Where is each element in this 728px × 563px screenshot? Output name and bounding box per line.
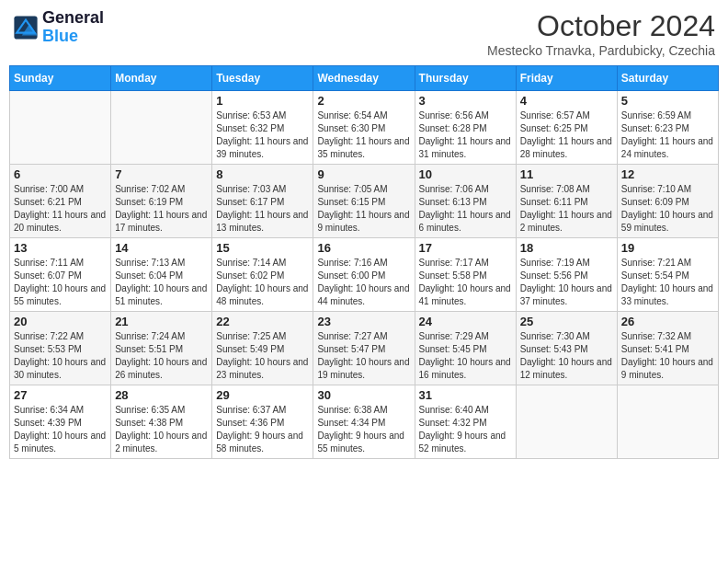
day-info: Sunrise: 7:22 AM Sunset: 5:53 PM Dayligh… — [14, 330, 107, 382]
calendar-cell — [617, 385, 718, 459]
day-number: 13 — [14, 241, 107, 255]
day-number: 24 — [419, 315, 512, 328]
calendar-table: SundayMondayTuesdayWednesdayThursdayFrid… — [9, 65, 719, 459]
calendar-cell: 27Sunrise: 6:34 AM Sunset: 4:39 PM Dayli… — [10, 385, 111, 459]
day-info: Sunrise: 7:11 AM Sunset: 6:07 PM Dayligh… — [14, 257, 107, 308]
calendar-cell — [111, 91, 212, 165]
weekday-header: Friday — [516, 66, 617, 91]
day-number: 28 — [115, 388, 208, 402]
calendar-cell: 18Sunrise: 7:19 AM Sunset: 5:56 PM Dayli… — [516, 238, 617, 312]
day-info: Sunrise: 7:16 AM Sunset: 6:00 PM Dayligh… — [317, 257, 410, 308]
weekday-header: Sunday — [10, 66, 111, 91]
day-info: Sunrise: 6:34 AM Sunset: 4:39 PM Dayligh… — [14, 404, 107, 455]
day-info: Sunrise: 6:56 AM Sunset: 6:28 PM Dayligh… — [419, 109, 512, 161]
calendar-cell: 11Sunrise: 7:08 AM Sunset: 6:11 PM Dayli… — [516, 165, 617, 238]
calendar-cell: 7Sunrise: 7:02 AM Sunset: 6:19 PM Daylig… — [111, 165, 212, 238]
calendar-cell: 22Sunrise: 7:25 AM Sunset: 5:49 PM Dayli… — [212, 312, 313, 385]
day-number: 7 — [115, 167, 208, 181]
day-info: Sunrise: 6:37 AM Sunset: 4:36 PM Dayligh… — [216, 404, 309, 455]
day-info: Sunrise: 7:14 AM Sunset: 6:02 PM Dayligh… — [216, 257, 309, 308]
day-number: 12 — [621, 167, 714, 181]
day-info: Sunrise: 7:00 AM Sunset: 6:21 PM Dayligh… — [14, 183, 107, 235]
day-info: Sunrise: 6:40 AM Sunset: 4:32 PM Dayligh… — [419, 404, 512, 455]
day-number: 10 — [419, 167, 512, 181]
calendar-cell: 25Sunrise: 7:30 AM Sunset: 5:43 PM Dayli… — [516, 312, 617, 385]
day-number: 1 — [216, 94, 309, 108]
day-info: Sunrise: 7:10 AM Sunset: 6:09 PM Dayligh… — [621, 183, 714, 235]
day-number: 16 — [317, 241, 410, 255]
day-info: Sunrise: 7:05 AM Sunset: 6:15 PM Dayligh… — [317, 183, 410, 235]
day-number: 22 — [216, 315, 309, 328]
day-info: Sunrise: 7:06 AM Sunset: 6:13 PM Dayligh… — [419, 183, 512, 235]
day-info: Sunrise: 6:53 AM Sunset: 6:32 PM Dayligh… — [216, 109, 309, 161]
day-info: Sunrise: 7:32 AM Sunset: 5:41 PM Dayligh… — [621, 330, 714, 382]
day-info: Sunrise: 6:54 AM Sunset: 6:30 PM Dayligh… — [317, 109, 410, 161]
logo-text: General Blue — [42, 9, 104, 46]
calendar-cell — [516, 385, 617, 459]
day-number: 30 — [317, 388, 410, 402]
calendar-cell: 15Sunrise: 7:14 AM Sunset: 6:02 PM Dayli… — [212, 238, 313, 312]
day-info: Sunrise: 7:27 AM Sunset: 5:47 PM Dayligh… — [317, 330, 410, 382]
calendar-week-row: 1Sunrise: 6:53 AM Sunset: 6:32 PM Daylig… — [10, 91, 719, 165]
day-info: Sunrise: 7:02 AM Sunset: 6:19 PM Dayligh… — [115, 183, 208, 235]
page-header: General Blue October 2024 Mestecko Trnav… — [9, 9, 719, 58]
day-number: 25 — [520, 315, 613, 328]
calendar-cell: 4Sunrise: 6:57 AM Sunset: 6:25 PM Daylig… — [516, 91, 617, 165]
calendar-cell: 6Sunrise: 7:00 AM Sunset: 6:21 PM Daylig… — [10, 165, 111, 238]
day-info: Sunrise: 7:29 AM Sunset: 5:45 PM Dayligh… — [419, 330, 512, 382]
calendar-cell: 19Sunrise: 7:21 AM Sunset: 5:54 PM Dayli… — [617, 238, 718, 312]
calendar-cell: 8Sunrise: 7:03 AM Sunset: 6:17 PM Daylig… — [212, 165, 313, 238]
day-info: Sunrise: 7:19 AM Sunset: 5:56 PM Dayligh… — [520, 257, 613, 308]
calendar-cell: 13Sunrise: 7:11 AM Sunset: 6:07 PM Dayli… — [10, 238, 111, 312]
calendar-cell: 9Sunrise: 7:05 AM Sunset: 6:15 PM Daylig… — [313, 165, 415, 238]
calendar-cell: 30Sunrise: 6:38 AM Sunset: 4:34 PM Dayli… — [313, 385, 415, 459]
day-number: 14 — [115, 241, 208, 255]
day-number: 3 — [419, 94, 512, 108]
calendar-week-row: 6Sunrise: 7:00 AM Sunset: 6:21 PM Daylig… — [10, 165, 719, 238]
calendar-cell: 3Sunrise: 6:56 AM Sunset: 6:28 PM Daylig… — [415, 91, 516, 165]
calendar-header-row: SundayMondayTuesdayWednesdayThursdayFrid… — [10, 66, 719, 91]
day-number: 29 — [216, 388, 309, 402]
calendar-cell: 28Sunrise: 6:35 AM Sunset: 4:38 PM Dayli… — [111, 385, 212, 459]
calendar-cell: 20Sunrise: 7:22 AM Sunset: 5:53 PM Dayli… — [10, 312, 111, 385]
day-number: 18 — [520, 241, 613, 255]
calendar-cell: 24Sunrise: 7:29 AM Sunset: 5:45 PM Dayli… — [415, 312, 516, 385]
day-number: 17 — [419, 241, 512, 255]
day-number: 11 — [520, 167, 613, 181]
calendar-cell: 23Sunrise: 7:27 AM Sunset: 5:47 PM Dayli… — [313, 312, 415, 385]
calendar-cell: 16Sunrise: 7:16 AM Sunset: 6:00 PM Dayli… — [313, 238, 415, 312]
calendar-cell: 1Sunrise: 6:53 AM Sunset: 6:32 PM Daylig… — [212, 91, 313, 165]
day-number: 9 — [317, 167, 410, 181]
calendar-cell: 31Sunrise: 6:40 AM Sunset: 4:32 PM Dayli… — [415, 385, 516, 459]
logo-icon — [13, 15, 39, 40]
day-info: Sunrise: 7:25 AM Sunset: 5:49 PM Dayligh… — [216, 330, 309, 382]
calendar-cell: 21Sunrise: 7:24 AM Sunset: 5:51 PM Dayli… — [111, 312, 212, 385]
calendar-week-row: 13Sunrise: 7:11 AM Sunset: 6:07 PM Dayli… — [10, 238, 719, 312]
calendar-cell: 10Sunrise: 7:06 AM Sunset: 6:13 PM Dayli… — [415, 165, 516, 238]
calendar-cell: 2Sunrise: 6:54 AM Sunset: 6:30 PM Daylig… — [313, 91, 415, 165]
weekday-header: Wednesday — [313, 66, 415, 91]
day-number: 6 — [14, 167, 107, 181]
day-info: Sunrise: 6:57 AM Sunset: 6:25 PM Dayligh… — [520, 109, 613, 161]
day-number: 21 — [115, 315, 208, 328]
day-number: 8 — [216, 167, 309, 181]
month-title: October 2024 — [487, 9, 715, 43]
day-info: Sunrise: 7:17 AM Sunset: 5:58 PM Dayligh… — [419, 257, 512, 308]
weekday-header: Monday — [111, 66, 212, 91]
day-number: 27 — [14, 388, 107, 402]
day-info: Sunrise: 7:13 AM Sunset: 6:04 PM Dayligh… — [115, 257, 208, 308]
day-number: 20 — [14, 315, 107, 328]
calendar-cell: 26Sunrise: 7:32 AM Sunset: 5:41 PM Dayli… — [617, 312, 718, 385]
day-info: Sunrise: 7:24 AM Sunset: 5:51 PM Dayligh… — [115, 330, 208, 382]
day-number: 26 — [621, 315, 714, 328]
day-number: 5 — [621, 94, 714, 108]
logo: General Blue — [13, 9, 104, 46]
day-info: Sunrise: 6:59 AM Sunset: 6:23 PM Dayligh… — [621, 109, 714, 161]
day-info: Sunrise: 6:35 AM Sunset: 4:38 PM Dayligh… — [115, 404, 208, 455]
calendar-week-row: 20Sunrise: 7:22 AM Sunset: 5:53 PM Dayli… — [10, 312, 719, 385]
day-number: 15 — [216, 241, 309, 255]
weekday-header: Saturday — [617, 66, 718, 91]
calendar-cell: 29Sunrise: 6:37 AM Sunset: 4:36 PM Dayli… — [212, 385, 313, 459]
day-number: 4 — [520, 94, 613, 108]
weekday-header: Thursday — [415, 66, 516, 91]
